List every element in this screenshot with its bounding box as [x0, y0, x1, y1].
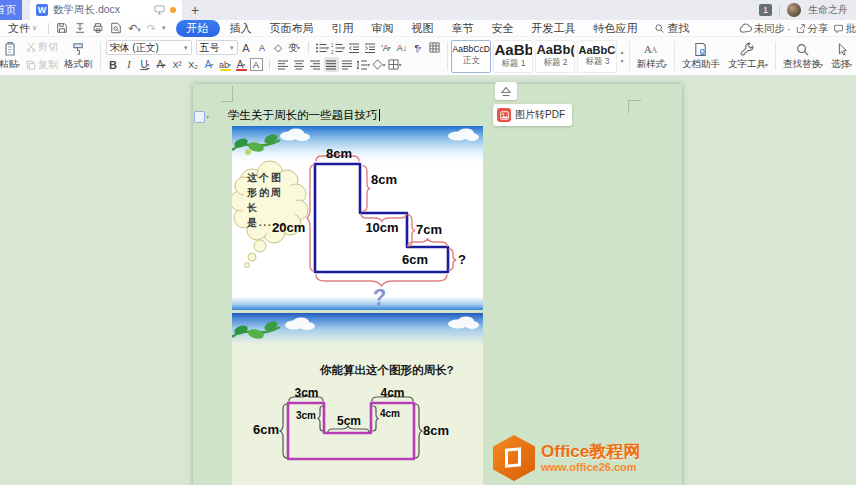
- paste-options-widget[interactable]: ▾: [194, 110, 216, 123]
- highlight-button[interactable]: ab▾: [218, 57, 233, 72]
- distribute-icon[interactable]: [340, 57, 355, 72]
- style-heading1[interactable]: AaBb 标题 1: [493, 40, 533, 73]
- line-spacing-icon[interactable]: ▾: [356, 57, 371, 72]
- font-size-select[interactable]: 五号▾: [196, 40, 238, 55]
- style-heading2[interactable]: AaBb( 标题 2: [535, 40, 575, 73]
- increase-font-icon[interactable]: A: [239, 40, 254, 55]
- paste-button[interactable]: 粘贴▾: [0, 41, 24, 71]
- styles-gallery-scroll[interactable]: ▴▾: [618, 48, 625, 64]
- image-to-pdf-button[interactable]: 图片转PDF: [493, 104, 572, 126]
- ribbon-tab-section[interactable]: 章节: [444, 20, 482, 37]
- pinyin-guide-icon[interactable]: 变▾: [287, 40, 302, 55]
- text-effect-button[interactable]: A▾: [202, 57, 217, 72]
- document-page[interactable]: ▾ 学生关于周长的一些题目技巧: [193, 84, 682, 485]
- vine-decoration: [232, 132, 280, 155]
- border-icon[interactable]: ▾: [388, 57, 403, 72]
- format-painter-button[interactable]: 格式刷: [60, 42, 97, 71]
- justify-icon[interactable]: [324, 57, 339, 72]
- eject-icon: [500, 86, 512, 97]
- ribbon-tab-special-features[interactable]: 特色应用: [586, 20, 646, 37]
- para-mark-icon[interactable]: ¶▾: [411, 40, 426, 55]
- question-squiggle: ?: [370, 283, 388, 310]
- divider: [48, 23, 49, 34]
- print-icon[interactable]: [92, 22, 104, 34]
- redo-icon[interactable]: ↷: [147, 22, 156, 35]
- align-center-icon[interactable]: [292, 57, 307, 72]
- figure-step-shape[interactable]: ? 这个图 形的周 长 是...... 8cm 8cm 10cm 7cm 6cm…: [232, 126, 483, 310]
- dim-label-top: 8cm: [318, 146, 360, 161]
- align-left-icon[interactable]: [276, 57, 291, 72]
- text-direction-icon[interactable]: 'A▾: [379, 40, 394, 55]
- number-list-icon[interactable]: 12▾: [331, 40, 346, 55]
- increase-indent-icon[interactable]: [363, 40, 378, 55]
- find-menu[interactable]: 查找: [648, 21, 696, 36]
- image-to-pdf-icon: [497, 108, 511, 122]
- user-name[interactable]: 生命之舟: [808, 3, 848, 17]
- unsaved-dot: [170, 7, 176, 13]
- superscript-button[interactable]: X²: [170, 57, 185, 72]
- ribbon-tab-references[interactable]: 引用: [324, 20, 362, 37]
- style-heading3[interactable]: AaBbC( 标题 3: [577, 40, 617, 73]
- copy-button[interactable]: 复制: [24, 57, 60, 73]
- italic-button[interactable]: I: [122, 57, 137, 72]
- save-icon[interactable]: [56, 22, 68, 34]
- cut-button[interactable]: 剪切: [24, 39, 60, 55]
- sort-icon[interactable]: A↓: [395, 40, 410, 55]
- notification-badge[interactable]: 1: [759, 4, 772, 16]
- strikethrough-button[interactable]: A▾: [154, 57, 169, 72]
- find-replace-button[interactable]: 查找替换▾: [779, 39, 827, 73]
- sync-status[interactable]: 未同步·: [739, 22, 791, 36]
- ribbon-tab-insert[interactable]: 插入: [222, 20, 260, 37]
- font-family-select[interactable]: 宋体 (正文)▾: [106, 40, 192, 55]
- chevron-down-icon: ▾: [206, 113, 209, 120]
- comment-button[interactable]: 批: [833, 22, 856, 36]
- search-icon: [654, 23, 665, 34]
- file-menu[interactable]: 文件∨: [8, 21, 37, 36]
- user-avatar[interactable]: [787, 3, 801, 17]
- decrease-indent-icon[interactable]: [347, 40, 362, 55]
- clear-format-icon[interactable]: ◇: [271, 40, 286, 55]
- print-preview-icon[interactable]: [110, 22, 122, 34]
- cursor-icon: [835, 42, 849, 57]
- dim-label-top-left: 3cm: [289, 386, 324, 400]
- figure-u-shape[interactable]: 你能算出这个图形的周长? 3cm 4cm 3cm 4cm 5cm 6cm 8cm: [232, 313, 483, 485]
- insert-table-icon[interactable]: [427, 40, 442, 55]
- ribbon-tab-page-layout[interactable]: 页面布局: [262, 20, 322, 37]
- underline-button[interactable]: U▾: [138, 57, 153, 72]
- char-shading-button[interactable]: A: [250, 58, 263, 71]
- divider: [779, 5, 780, 16]
- bold-button[interactable]: B: [106, 57, 121, 72]
- bullet-list-icon[interactable]: ▾: [315, 40, 330, 55]
- ribbon-tab-security[interactable]: 安全: [484, 20, 522, 37]
- subscript-button[interactable]: X₂: [186, 57, 201, 72]
- tab-home[interactable]: 首页: [0, 0, 22, 20]
- svg-text:2: 2: [331, 49, 334, 54]
- svg-text:A: A: [651, 45, 658, 55]
- style-normal[interactable]: AaBbCcDd 正文: [451, 40, 491, 73]
- text-tool-button[interactable]: 文字工具▾: [724, 39, 772, 73]
- decrease-font-icon[interactable]: A: [255, 40, 270, 55]
- tabbar-account-area: 1 生命之舟: [759, 0, 848, 20]
- undo-icon[interactable]: ↶▾: [128, 22, 141, 35]
- share-button[interactable]: 分享: [795, 22, 829, 36]
- ribbon-tab-review[interactable]: 审阅: [364, 20, 402, 37]
- ribbon-tab-view[interactable]: 视图: [404, 20, 442, 37]
- qat-more-icon[interactable]: ▾: [162, 24, 166, 32]
- new-tab-button[interactable]: +: [182, 0, 208, 20]
- ribbon-tab-devtools[interactable]: 开发工具: [524, 20, 584, 37]
- font-color-button[interactable]: A▾: [234, 57, 249, 72]
- output-icon[interactable]: [74, 22, 86, 34]
- collapse-panel-button[interactable]: [495, 82, 517, 100]
- doc-assistant-button[interactable]: 文档助手: [678, 39, 724, 73]
- dim-label-step1: 10cm: [358, 220, 406, 235]
- align-right-icon[interactable]: [308, 57, 323, 72]
- document-title-text[interactable]: 学生关于周长的一些题目技巧: [228, 108, 380, 123]
- tab-bar: 首页 W 数学周长.docx + 1 生命之舟: [0, 0, 856, 20]
- shading-icon[interactable]: ▾: [372, 57, 387, 72]
- tab-document[interactable]: W 数学周长.docx: [30, 0, 182, 20]
- select-button[interactable]: 选择▾: [827, 39, 856, 73]
- cloud-icon: [739, 23, 752, 34]
- menu-bar: 文件∨ ↶▾ ↷ ▾ 开始 插入 页面布局 引用 审阅 视图 章节 安全 开发工…: [0, 20, 856, 37]
- new-style-button[interactable]: AA 新样式▾: [632, 39, 671, 73]
- ribbon-tab-home[interactable]: 开始: [176, 20, 220, 37]
